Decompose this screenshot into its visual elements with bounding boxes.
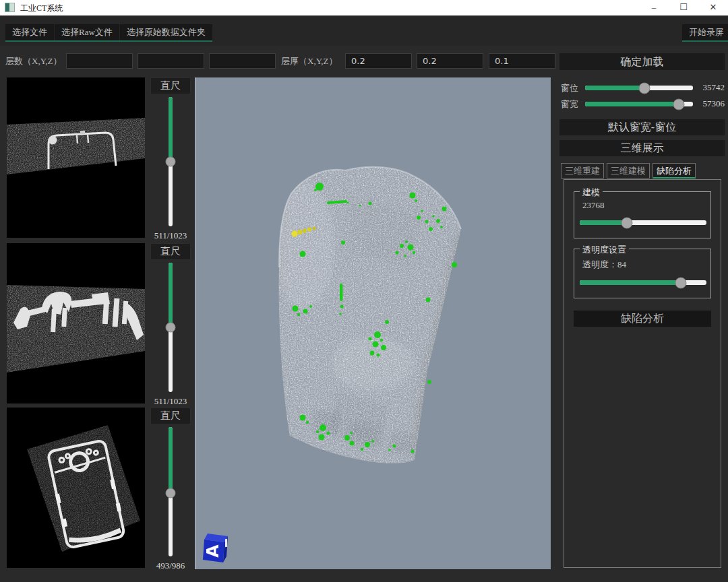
minimize-button[interactable]: – <box>639 0 669 15</box>
slider-thumb[interactable] <box>675 277 687 288</box>
close-button[interactable]: ✕ <box>698 0 728 15</box>
window-level-row: 窗位 35742 <box>559 82 725 94</box>
maximize-button[interactable]: ☐ <box>669 0 698 15</box>
defect-analysis-button[interactable]: 缺陷分析 <box>574 311 711 327</box>
slider-thumb[interactable] <box>166 323 176 333</box>
orientation-cube-logo: A <box>203 534 228 562</box>
window-width-label: 窗宽 <box>561 98 578 110</box>
parameters-bar: 层数（X,Y,Z） 层厚（X,Y,Z） 确定加载 <box>0 46 728 74</box>
ct-slice-image-plan <box>7 408 145 568</box>
toolbar: 选择文件 选择Raw文件 选择原始数据文件夹 开始录屏 <box>0 15 728 46</box>
slice-panel-bottom: 直尺 493/986 <box>7 408 194 569</box>
modeling-value: 23768 <box>582 200 605 211</box>
modeling-group: 建模 23768 <box>574 191 711 238</box>
window-title: 工业CT系统 <box>20 3 63 14</box>
tab-defect-analysis[interactable]: 缺陷分析 <box>653 163 696 179</box>
slider-thumb[interactable] <box>639 82 650 94</box>
opacity-group: 透明度设置 透明度：84 <box>574 249 711 298</box>
window-width-slider[interactable] <box>585 102 693 106</box>
slider-thumb[interactable] <box>166 488 176 498</box>
thickness-y-input[interactable] <box>417 53 483 69</box>
window-level-label: 窗位 <box>561 82 578 94</box>
layers-label: 层数（X,Y,Z） <box>5 55 62 67</box>
slice-slider-column: 直尺 <box>147 77 194 226</box>
tab-3d-modeling[interactable]: 三维建模 <box>607 163 650 179</box>
opacity-group-title: 透明度设置 <box>580 244 629 256</box>
layers-y-input[interactable] <box>138 53 204 69</box>
ct-slice-image-front <box>7 77 145 238</box>
slice-position-value: 493/986 <box>142 560 200 571</box>
ruler-button[interactable]: 直尺 <box>150 408 191 424</box>
ct-slice-image-side <box>7 243 145 403</box>
slice-position-slider[interactable] <box>147 263 194 392</box>
slice-position-slider[interactable] <box>147 97 194 226</box>
3d-display-button[interactable]: 三维展示 <box>559 140 725 156</box>
ruler-button[interactable]: 直尺 <box>150 243 191 260</box>
slice-position-slider[interactable] <box>147 427 194 556</box>
3d-reconstruction-view: A <box>196 77 551 569</box>
window-level-slider[interactable] <box>585 86 693 90</box>
layers-z-input[interactable] <box>209 53 276 69</box>
default-window-button[interactable]: 默认窗宽-窗位 <box>559 119 725 135</box>
slice-panel-top: 直尺 511/1023 <box>7 77 194 239</box>
right-control-panel: 窗位 35742 窗宽 57306 默认窗宽-窗位 三维展示 三维重建 三维建模… <box>559 74 725 582</box>
thickness-x-input[interactable] <box>345 53 412 69</box>
analysis-tabs: 三维重建 三维建模 缺陷分析 <box>561 163 696 179</box>
defect-analysis-tab-content: 建模 23768 透明度设置 透明度：84 缺陷分析 <box>564 179 721 568</box>
window-width-value: 57306 <box>703 98 725 109</box>
app-icon <box>5 3 15 12</box>
window-width-row: 窗宽 57306 <box>559 98 725 110</box>
select-raw-file-button[interactable]: 选择Raw文件 <box>54 24 119 40</box>
3d-viewport[interactable]: A <box>195 77 549 569</box>
title-bar: 工业CT系统 – ☐ ✕ <box>0 0 728 15</box>
slice-slider-column: 直尺 <box>147 243 194 392</box>
thickness-z-input[interactable] <box>489 53 555 69</box>
confirm-load-button[interactable]: 确定加载 <box>559 53 725 70</box>
slice-position-value: 511/1023 <box>142 230 200 241</box>
thickness-label: 层厚（X,Y,Z） <box>281 55 338 67</box>
opacity-slider[interactable] <box>580 280 706 285</box>
modeling-group-title: 建模 <box>580 187 603 199</box>
select-raw-data-folder-button[interactable]: 选择原始数据文件夹 <box>119 24 212 40</box>
tab-3d-reconstruction[interactable]: 三维重建 <box>561 163 604 179</box>
slider-thumb[interactable] <box>166 157 176 167</box>
slider-thumb[interactable] <box>621 217 632 228</box>
window-level-value: 35742 <box>703 82 725 93</box>
ruler-button[interactable]: 直尺 <box>150 77 191 94</box>
svg-text:A: A <box>203 544 222 558</box>
file-buttons-group: 选择文件 选择Raw文件 选择原始数据文件夹 <box>5 24 212 42</box>
slice-position-value: 511/1023 <box>142 396 200 407</box>
layers-x-input[interactable] <box>66 53 133 69</box>
slice-slider-column: 直尺 <box>147 408 194 556</box>
start-recording-button[interactable]: 开始录屏 <box>682 24 728 42</box>
opacity-value-label: 透明度：84 <box>582 259 626 271</box>
slice-panel-middle: 直尺 511/1023 <box>7 243 194 405</box>
slider-thumb[interactable] <box>673 98 685 110</box>
modeling-slider[interactable] <box>580 220 706 225</box>
select-file-button[interactable]: 选择文件 <box>5 24 54 40</box>
